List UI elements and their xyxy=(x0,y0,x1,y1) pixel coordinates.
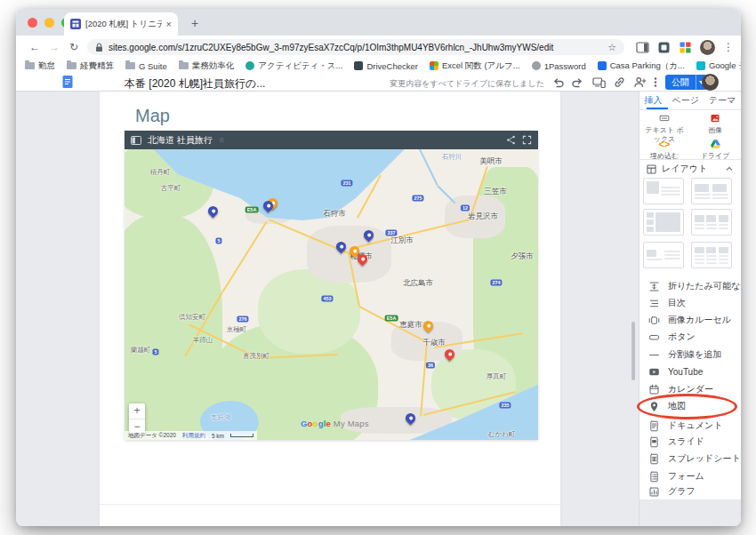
sidebar-tab-active[interactable]: 挿入 xyxy=(645,94,663,107)
map-label: 厚真町 xyxy=(487,372,507,381)
terms-link[interactable]: 利用規約 xyxy=(182,432,205,440)
sidebar-item-youtube[interactable]: YouTube xyxy=(639,363,741,380)
sidebar-item-collapsible[interactable]: 折りたたみ可能なテキスト xyxy=(639,277,741,295)
sidebar-item-divider[interactable]: 分割線を追加 xyxy=(639,346,741,363)
publish-button[interactable]: 公開 xyxy=(665,75,696,90)
layout-option-3[interactable] xyxy=(643,209,684,236)
collapse-layouts-icon[interactable] xyxy=(725,164,734,173)
sidebar-item-label: YouTube xyxy=(668,367,703,377)
page-title[interactable]: Map xyxy=(135,106,170,126)
route-shield: 274 xyxy=(490,280,502,286)
browser-toolbar: ← → ↻ sites.google.com/s/1zruC2UXEy8e5bG… xyxy=(16,36,741,59)
bookmark-item[interactable]: 1Password xyxy=(532,61,586,71)
account-avatar[interactable] xyxy=(702,74,719,91)
bookmark-item[interactable]: Casa Parking（カ... xyxy=(598,60,685,72)
map-label: むかわ町 xyxy=(488,430,516,439)
map-label: 羊蹄山 xyxy=(193,336,213,345)
copy-link-icon[interactable] xyxy=(613,76,626,89)
redo-icon[interactable] xyxy=(571,76,584,89)
sidebar-item-map-pin[interactable]: 地図 xyxy=(639,397,741,415)
browser-menu-icon[interactable]: ⋮ xyxy=(723,41,734,54)
insert-drive-button[interactable]: ドライブ xyxy=(693,139,737,161)
sidebar-item-toc[interactable]: 目次 xyxy=(639,294,741,312)
map-fullscreen-icon[interactable] xyxy=(522,135,532,145)
preview-devices-icon[interactable] xyxy=(592,76,606,89)
forward-button[interactable]: → xyxy=(46,39,62,55)
textbox-icon xyxy=(642,113,687,124)
bookmarks-bar: 勤怠経費精算G Suite業務効率化アクティビティ・ス...DriveCheck… xyxy=(16,59,741,73)
map-title-star-icon[interactable]: ☆ xyxy=(219,136,225,144)
folder-icon xyxy=(125,62,135,69)
folder-icon xyxy=(67,62,76,69)
zoom-in-button[interactable]: + xyxy=(129,403,145,419)
bookmark-item[interactable]: G Suite xyxy=(125,61,167,71)
sidebar-item-slides[interactable]: スライド xyxy=(639,433,741,451)
bookmark-item[interactable]: 業務効率化 xyxy=(179,60,235,72)
map-label: 北広島市 xyxy=(403,278,433,289)
sidebar-item-label: グラフ xyxy=(668,485,696,498)
favicon-icon xyxy=(245,61,254,70)
map-road xyxy=(417,149,438,186)
sidebar-tab-inactive[interactable]: テーマ xyxy=(709,94,736,107)
sidebar-item-docs[interactable]: ドキュメント xyxy=(639,417,741,435)
bookmark-item[interactable]: Google データポー... xyxy=(696,60,741,72)
more-options-icon[interactable] xyxy=(651,76,660,89)
route-shield: 12 xyxy=(461,205,470,212)
bookmark-item[interactable]: Excel 関数 (アルフ... xyxy=(430,60,520,72)
map-share-icon[interactable] xyxy=(506,135,516,145)
close-window-button[interactable] xyxy=(28,18,37,28)
layout-option-4[interactable] xyxy=(691,209,732,236)
insert-image-button[interactable]: 画像 xyxy=(693,113,737,135)
url-bar[interactable]: sites.google.com/s/1zruC2UXEy8e5bGw_3-m9… xyxy=(87,39,624,55)
bookmark-star-icon[interactable]: ☆ xyxy=(607,42,616,53)
bookmark-item[interactable]: 勤怠 xyxy=(25,60,55,72)
browser-tab[interactable]: [2020 札幌] トリニティ社員旅行 × xyxy=(64,12,178,36)
button-icon xyxy=(648,331,660,343)
insert-embed-button[interactable]: <>埋め込む xyxy=(642,139,687,161)
sidebar-tab-inactive[interactable]: ページ xyxy=(672,94,699,107)
map-embed[interactable]: 北海道 社員旅行 ☆ xyxy=(125,131,538,440)
sidebar-item-sheets[interactable]: スプレッドシート xyxy=(639,450,741,467)
layout-option-5[interactable] xyxy=(643,242,684,268)
sidebar-item-button[interactable]: ボタン xyxy=(639,328,741,346)
site-document-title[interactable]: 本番 [2020 札幌]社員旅行の... xyxy=(125,76,265,92)
minimize-window-button[interactable] xyxy=(44,18,54,28)
bookmark-label: Excel 関数 (アルフ... xyxy=(442,60,520,72)
sidebar-item-label: 目次 xyxy=(668,297,686,309)
bookmark-label: 業務効率化 xyxy=(192,60,235,72)
map-label: 蘭越町 xyxy=(131,346,151,355)
undo-icon[interactable] xyxy=(551,76,565,89)
forms-icon xyxy=(648,471,660,483)
layout-option-6[interactable] xyxy=(691,242,732,268)
map-label: 夕張市 xyxy=(511,252,534,262)
extension-grid-icon[interactable] xyxy=(679,41,692,54)
bookmark-item[interactable]: 経費精算 xyxy=(67,60,114,72)
bookmark-item[interactable]: DriveChecker xyxy=(354,61,418,71)
sidebar-item-chart[interactable]: グラフ xyxy=(639,483,741,500)
vertical-scrollbar[interactable] xyxy=(631,322,635,380)
reload-button[interactable]: ↻ xyxy=(66,39,82,55)
bookmark-item[interactable]: アクティビティ・ス... xyxy=(245,60,342,72)
browser-profile-avatar[interactable] xyxy=(700,40,715,55)
map-pin-icon xyxy=(648,401,660,412)
map-label: 岩見沢市 xyxy=(468,212,498,222)
route-shield: 231 xyxy=(341,180,352,187)
share-add-people-icon[interactable] xyxy=(633,76,647,89)
carousel-icon xyxy=(648,315,660,326)
sidebar-item-calendar[interactable]: カレンダー xyxy=(639,380,741,398)
insert-label: 画像 xyxy=(693,126,737,135)
new-tab-button[interactable]: + xyxy=(187,15,203,31)
layout-option-2[interactable] xyxy=(691,178,732,204)
back-button[interactable]: ← xyxy=(27,39,43,55)
map-marker-blue[interactable] xyxy=(205,204,220,219)
layout-option-1[interactable] xyxy=(643,178,684,204)
side-panel-icon[interactable] xyxy=(636,41,649,54)
tab-close-icon[interactable]: × xyxy=(166,19,172,29)
page-canvas[interactable]: Map 北海道 社員旅行 ☆ xyxy=(100,92,560,526)
sidebar-item-carousel[interactable]: 画像カルーセル xyxy=(639,311,741,329)
sidebar-item-label: ボタン xyxy=(668,331,696,343)
sidebar-item-label: 折りたたみ可能なテキスト xyxy=(668,280,741,292)
map-viewport[interactable]: 231275123375E5A276453527436235E5A積丹町古平町石… xyxy=(125,149,538,440)
map-legend-icon[interactable] xyxy=(131,136,141,145)
extension-icon[interactable] xyxy=(657,41,671,54)
